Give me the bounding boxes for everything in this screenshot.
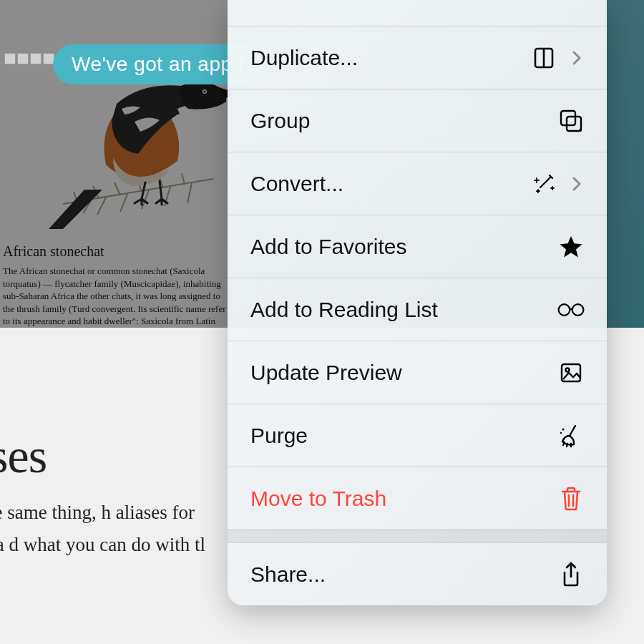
menu-item-label: Add to Favorites xyxy=(250,235,557,259)
trash-icon xyxy=(557,484,585,513)
menu-item-label: Share... xyxy=(250,562,557,587)
menu-item-label: Group xyxy=(250,109,557,133)
menu-item-label: Purge xyxy=(250,424,557,448)
mini-toolbar xyxy=(4,53,54,64)
menu-item-duplicate[interactable]: Duplicate... xyxy=(228,26,607,89)
menu-item-convert[interactable]: Convert... xyxy=(228,152,607,215)
svg-point-11 xyxy=(562,428,565,430)
svg-point-7 xyxy=(559,304,570,316)
page-heading: iases xyxy=(0,428,47,484)
glasses-icon xyxy=(557,296,585,324)
svg-point-8 xyxy=(572,304,584,316)
svg-point-6 xyxy=(579,129,582,132)
menu-item-label: Convert... xyxy=(250,172,530,196)
image-icon xyxy=(557,358,585,387)
menu-item-purge[interactable]: Purge xyxy=(228,404,607,467)
menu-item-label: Move to Trash xyxy=(250,487,557,511)
svg-point-10 xyxy=(566,368,570,371)
menu-item-label: Update Preview xyxy=(250,361,557,385)
viewport: African stonechat The African stonechat … xyxy=(0,0,644,644)
menu-item-share[interactable]: Share... xyxy=(228,542,607,605)
magic-wand-icon xyxy=(530,170,558,198)
svg-rect-4 xyxy=(561,111,575,125)
menu-item-label: Add to Reading List xyxy=(250,298,557,322)
star-icon xyxy=(557,233,585,261)
menu-item-label: Duplicate... xyxy=(250,46,530,70)
menu-top-spacer xyxy=(228,0,607,26)
menu-item-group[interactable]: Group xyxy=(228,89,607,152)
banner-text: We've got an app f xyxy=(72,53,244,75)
menu-item-update-preview[interactable]: Update Preview xyxy=(228,341,607,404)
context-menu: Duplicate... Group Conve xyxy=(228,0,607,605)
share-icon xyxy=(557,560,585,589)
menu-item-move-to-trash[interactable]: Move to Trash xyxy=(228,467,607,530)
page-paragraph: ames for the same thing, h aliases for d… xyxy=(0,497,236,560)
svg-point-12 xyxy=(560,431,562,433)
group-icon xyxy=(557,107,585,135)
toolbar-cell[interactable] xyxy=(17,53,29,64)
menu-separator xyxy=(228,530,607,542)
chevron-right-icon xyxy=(568,49,585,67)
toolbar-cell[interactable] xyxy=(30,53,42,64)
duplicate-icon xyxy=(530,44,558,72)
menu-item-favorites[interactable]: Add to Favorites xyxy=(228,215,607,278)
menu-item-reading-list[interactable]: Add to Reading List xyxy=(228,278,607,341)
broom-icon xyxy=(557,421,585,450)
chevron-right-icon xyxy=(568,175,585,192)
svg-rect-5 xyxy=(567,117,581,131)
toolbar-cell[interactable] xyxy=(4,53,16,64)
